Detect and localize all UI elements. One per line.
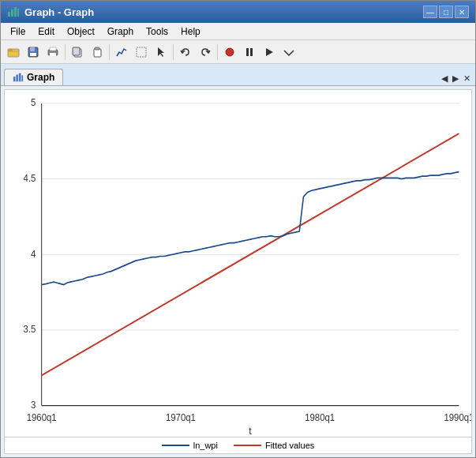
svg-rect-7 [30,47,35,51]
svg-rect-18 [246,48,249,56]
svg-rect-10 [50,47,56,51]
legend-line-ln-wpi [162,441,189,450]
toolbar-separator-4 [217,44,218,60]
main-window: Graph - Graph — □ ✕ File Edit Object Gra… [0,0,476,458]
menu-object[interactable]: Object [61,24,101,39]
tab-close-button[interactable]: ✕ [462,73,472,84]
legend-item-fitted: Fitted values [234,441,314,450]
tab-navigation: ◀ ▶ ✕ [440,73,472,85]
tab-graph-label: Graph [27,72,54,83]
toolbar-separator-2 [109,44,110,60]
svg-rect-19 [250,48,253,56]
app-icon [7,6,20,18]
svg-rect-0 [8,12,10,17]
menu-graph[interactable]: Graph [101,24,140,39]
toolbar-copy[interactable] [68,43,87,62]
svg-rect-23 [21,75,23,81]
toolbar-more[interactable] [279,43,298,62]
window-title: Graph - Graph [24,6,94,18]
svg-rect-13 [73,47,80,55]
toolbar-print[interactable] [43,43,62,62]
graph-tab-icon [13,72,24,83]
svg-rect-8 [30,53,36,56]
toolbar-open[interactable] [4,43,23,62]
minimize-button[interactable]: — [423,6,437,18]
svg-point-17 [226,48,234,56]
svg-rect-22 [19,73,21,82]
title-bar-controls: — □ ✕ [423,6,469,18]
toolbar-select[interactable] [132,43,151,62]
svg-rect-5 [8,49,13,51]
chart-svg: 3 3.5 4 4.5 5 1960q1 1970q1 1980q1 1990q… [5,90,471,437]
maximize-button[interactable]: □ [439,6,453,18]
svg-text:4.5: 4.5 [24,172,36,184]
svg-rect-11 [50,53,56,56]
svg-text:3: 3 [31,400,36,411]
svg-text:5: 5 [31,97,36,109]
toolbar-cursor[interactable] [152,43,171,62]
legend-line-fitted [234,441,261,450]
toolbar-play[interactable] [260,43,279,62]
toolbar-separator-3 [173,44,174,60]
svg-rect-24 [5,90,471,437]
toolbar-record[interactable] [220,43,239,62]
svg-text:1970q1: 1970q1 [166,411,196,423]
toolbar-save[interactable] [24,43,43,62]
menu-tools[interactable]: Tools [140,24,174,39]
svg-rect-15 [95,47,99,50]
toolbar [1,40,475,64]
title-bar-left: Graph - Graph [7,6,94,18]
svg-rect-1 [11,9,13,17]
chart-area: 3 3.5 4 4.5 5 1960q1 1970q1 1980q1 1990q… [1,86,475,457]
chart-container: 3 3.5 4 4.5 5 1960q1 1970q1 1980q1 1990q… [4,89,472,437]
menubar: File Edit Object Graph Tools Help [1,23,475,40]
svg-rect-3 [17,9,19,17]
svg-text:3.5: 3.5 [24,324,36,336]
svg-text:t: t [249,424,252,437]
toolbar-separator-1 [65,44,66,60]
svg-text:1980q1: 1980q1 [305,411,335,423]
svg-text:4: 4 [31,248,36,260]
tab-left: Graph [4,69,63,85]
svg-text:1960q1: 1960q1 [27,411,57,423]
legend-label-fitted: Fitted values [265,441,314,450]
toolbar-redo[interactable] [196,43,215,62]
toolbar-undo[interactable] [176,43,195,62]
tab-next-button[interactable]: ▶ [451,73,460,84]
svg-rect-20 [13,77,16,81]
tab-prev-button[interactable]: ◀ [440,73,449,84]
svg-rect-2 [14,7,17,17]
legend: ln_wpi Fitted values [4,437,472,454]
legend-item-ln-wpi: ln_wpi [162,441,218,450]
toolbar-pause[interactable] [240,43,259,62]
svg-rect-21 [16,75,18,82]
menu-help[interactable]: Help [174,24,207,39]
menu-file[interactable]: File [4,24,32,39]
toolbar-chart[interactable] [112,43,131,62]
tab-bar: Graph ◀ ▶ ✕ [1,64,475,86]
toolbar-paste[interactable] [88,43,107,62]
svg-rect-14 [94,49,101,57]
svg-rect-16 [137,47,146,57]
tab-graph[interactable]: Graph [4,69,63,85]
close-button[interactable]: ✕ [455,6,469,18]
svg-text:1990q1: 1990q1 [444,411,471,423]
menu-edit[interactable]: Edit [32,24,61,39]
title-bar: Graph - Graph — □ ✕ [1,1,475,23]
legend-label-ln-wpi: ln_wpi [193,441,218,450]
